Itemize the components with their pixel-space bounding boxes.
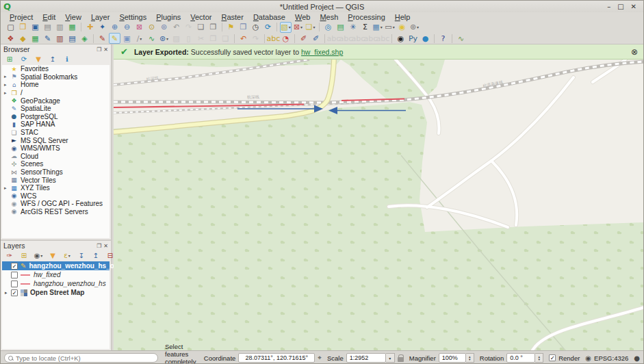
filter-legend-button[interactable]: ▼ [48,251,57,261]
layer-checkbox[interactable] [11,281,18,287]
delete-selected-button[interactable]: ▯ [183,33,194,44]
scale-dropdown-icon[interactable]: ▾ [386,353,395,363]
browser-item-sap-hana[interactable]: ▮ SAP HANA [2,120,110,129]
show-statistics-button[interactable]: Σ [359,22,371,33]
show-layout-manager-button[interactable]: ▥ [54,22,66,33]
exported-file-link[interactable]: hw_fixed.shp [301,48,343,56]
add-virtual-layer-button[interactable]: ◈ [79,33,90,44]
log-messages-icon[interactable]: ● [634,354,640,362]
panel-float-icon[interactable]: ❐ [96,47,101,53]
new-print-layout-button[interactable]: ▤ [42,22,53,33]
browser-collapse-all-button[interactable]: ↥ [48,55,57,64]
python-console-button[interactable]: Py [407,33,419,44]
expand-arrow-icon[interactable]: ▸ [5,290,11,296]
browser-item-stac[interactable]: ❏ STAC [2,129,110,137]
browser-filter-button[interactable]: ▼ [34,55,43,64]
zoom-search-button[interactable]: ⊛ [409,22,420,33]
open-layer-styling-button[interactable]: ✑ [5,251,14,261]
menu-raster[interactable]: Raster [216,13,248,21]
expand-arrow-icon[interactable]: ▸ [4,82,10,88]
change-label-button[interactable]: abc [352,33,364,44]
label-options-button[interactable]: abc [377,33,389,44]
layer-checkbox[interactable]: ✓ [11,289,18,296]
rotation-spinner[interactable]: ▴▾ [535,353,543,363]
expand-all-button[interactable]: ↧ [77,251,86,261]
browser-item-xyz-tiles[interactable]: ▸ ▦ XYZ Tiles [2,184,110,192]
browser-item-wms-wmts[interactable]: ◉ WMS/WMTS [2,144,110,153]
help-contents-button[interactable]: ? [437,33,449,44]
browser-item-wcs[interactable]: ◉ WCS [2,192,110,200]
add-vector-layer-button[interactable]: ◆ [17,33,29,44]
toggle-editing-button[interactable]: ✎ [109,33,120,44]
add-database-layer-button[interactable]: ▤ [66,33,78,44]
statistical-summary-button[interactable]: ▤ [335,22,346,33]
highlight-pinned-labels-button[interactable]: ✐ [310,33,322,44]
scale-value[interactable]: 1:2952 [346,353,386,363]
metasearch-button[interactable]: ◉ [395,33,407,44]
layer-row-hangzhou-wenzhou-hs[interactable]: hangzhou_wenzhou_hs [2,279,110,288]
browser-item-sensorthings[interactable]: ⋈ SensorThings [2,168,110,177]
minimize-icon[interactable]: – [607,3,610,10]
menu-mesh[interactable]: Mesh [315,13,343,21]
expand-arrow-icon[interactable]: ▸ [4,74,10,79]
copy-features-button[interactable]: ❐ [207,33,219,44]
measure-button[interactable]: ▭ [384,22,396,33]
layer-labeling-button[interactable]: abc [268,33,279,44]
new-map-view-button[interactable]: ❏ [195,22,207,33]
browser-properties-button[interactable]: ℹ [62,55,72,64]
browser-item-root[interactable]: ▸ ❒ / [2,89,110,97]
new-project-button[interactable]: ▢ [5,22,16,33]
expand-arrow-icon[interactable]: ▸ [4,185,10,191]
restore-icon[interactable]: □ [617,3,623,10]
menu-view[interactable]: View [60,13,86,21]
layer-checkbox[interactable]: ✓ [11,263,18,270]
extent-toggle-icon[interactable]: ⌖ [318,354,322,362]
browser-item-home[interactable]: ▸ ⌂ Home [2,81,110,89]
change-label-properties-button[interactable]: abc [365,33,376,44]
zoom-next-button[interactable]: ↷ [183,22,194,33]
redo-button[interactable]: ↷ [250,33,261,44]
menu-processing[interactable]: Processing [343,13,389,21]
menu-edit[interactable]: Edit [38,13,60,21]
map-tips-button[interactable]: ◉ [396,22,408,33]
deselect-features-button[interactable]: ⊠ [292,22,304,33]
temporal-controller-button[interactable]: ◷ [250,22,261,33]
show-spatial-bookmarks-button[interactable]: ❒ [237,22,249,33]
rotate-label-button[interactable]: abc [340,33,352,44]
pin-labels-button[interactable]: ✐ [298,33,309,44]
data-source-manager-button[interactable]: ❖ [5,33,16,44]
add-raster-layer-button[interactable]: ▦ [29,33,41,44]
locate-input[interactable] [16,354,154,362]
map-canvas[interactable]: 杭深线 杭温高速线 杭深线 [114,60,644,350]
layer-diagram-button[interactable]: ◔ [280,33,292,44]
save-project-button[interactable]: ▣ [29,22,41,33]
paste-features-button[interactable]: ❑ [220,33,231,44]
menu-web[interactable]: Web [290,13,315,21]
processing-toolbox-button[interactable]: ✳ [347,22,359,33]
manage-map-themes-button[interactable]: ◉ [34,251,43,261]
zoom-to-layer-button[interactable]: ⊚ [158,22,170,33]
layer-row-hw-fixed[interactable]: hw_fixed [2,270,110,279]
pan-to-selection-button[interactable]: ✦ [96,22,108,33]
menu-plugins[interactable]: Plugins [151,13,185,21]
new-3d-map-view-button[interactable]: ❐ [207,22,219,33]
panel-close-icon[interactable]: ✕ [103,243,108,249]
browser-item-spatial-bookmarks[interactable]: ▸ ⚑ Spatial Bookmarks [2,73,110,81]
digitize-curve-button[interactable]: ∿ [455,33,467,44]
magnifier-spinner[interactable]: ▴▾ [466,353,474,363]
browser-add-selected-layers-button[interactable]: ⊞ [5,55,14,64]
browser-item-geopackage[interactable]: ❖ GeoPackage [2,96,110,105]
osm-plugin-button[interactable]: ● [420,33,431,44]
attribute-table-button[interactable]: ▦ [372,22,383,33]
lock-scale-icon[interactable] [398,357,404,362]
add-mesh-layer-button[interactable]: ✎ [42,33,53,44]
style-manager-button[interactable]: ▦ [66,22,78,33]
browser-item-postgresql[interactable]: ● PostgreSQL [2,113,110,121]
browser-item-arcgis-rest[interactable]: ◉ ArcGIS REST Servers [2,208,110,216]
panel-float-icon[interactable]: ❐ [96,243,101,249]
menu-settings[interactable]: Settings [114,13,151,21]
add-delimited-text-button[interactable]: ▥ [54,33,66,44]
move-label-button[interactable]: abc [328,33,339,44]
menu-project[interactable]: Project [5,13,38,21]
menu-help[interactable]: Help [390,13,415,21]
